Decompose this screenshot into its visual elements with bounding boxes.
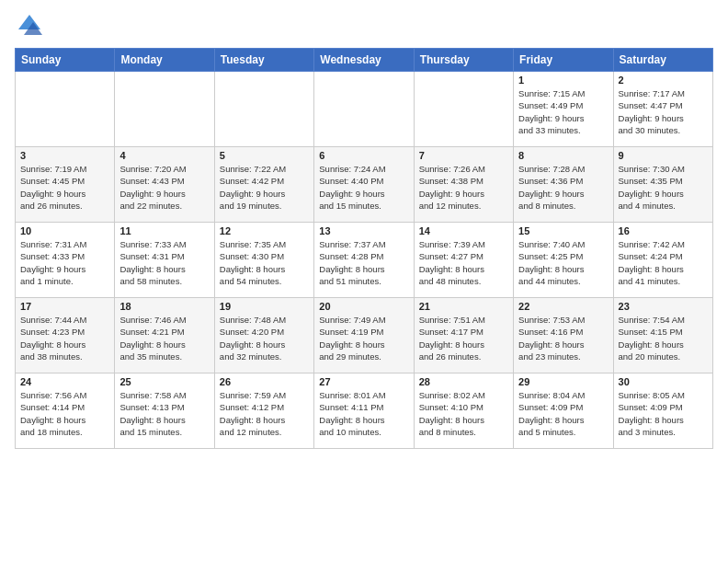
- day-info: Sunrise: 7:35 AM Sunset: 4:30 PM Dayligh…: [220, 238, 309, 287]
- day-number: 3: [20, 150, 109, 161]
- day-header-wednesday: Wednesday: [314, 49, 414, 72]
- day-info: Sunrise: 7:44 AM Sunset: 4:23 PM Dayligh…: [20, 314, 109, 362]
- day-info: Sunrise: 7:33 AM Sunset: 4:31 PM Dayligh…: [119, 238, 209, 287]
- day-info: Sunrise: 7:56 AM Sunset: 4:14 PM Dayligh…: [20, 389, 109, 438]
- calendar-cell: 21Sunrise: 7:51 AM Sunset: 4:17 PM Dayli…: [414, 298, 513, 373]
- calendar-cell: 12Sunrise: 7:35 AM Sunset: 4:30 PM Dayli…: [214, 223, 313, 298]
- day-header-friday: Friday: [514, 49, 613, 72]
- calendar-cell: 18Sunrise: 7:46 AM Sunset: 4:21 PM Dayli…: [115, 298, 214, 373]
- calendar-cell: 26Sunrise: 7:59 AM Sunset: 4:12 PM Dayli…: [214, 373, 313, 449]
- logo-icon: [15, 11, 44, 40]
- day-info: Sunrise: 7:40 AM Sunset: 4:25 PM Dayligh…: [518, 238, 608, 287]
- day-number: 16: [619, 225, 708, 236]
- calendar-cell: 6Sunrise: 7:24 AM Sunset: 4:40 PM Daylig…: [314, 147, 414, 223]
- day-info: Sunrise: 7:49 AM Sunset: 4:19 PM Dayligh…: [319, 314, 408, 362]
- day-number: 26: [220, 376, 309, 387]
- calendar-cell: 29Sunrise: 8:04 AM Sunset: 4:09 PM Dayli…: [514, 373, 613, 449]
- day-number: 27: [319, 376, 408, 387]
- calendar-cell: 25Sunrise: 7:58 AM Sunset: 4:13 PM Dayli…: [115, 373, 214, 449]
- calendar-cell: 10Sunrise: 7:31 AM Sunset: 4:33 PM Dayli…: [16, 223, 115, 298]
- day-info: Sunrise: 8:05 AM Sunset: 4:09 PM Dayligh…: [619, 389, 708, 438]
- day-number: 20: [319, 301, 408, 312]
- logo: [15, 11, 48, 40]
- day-info: Sunrise: 7:54 AM Sunset: 4:15 PM Dayligh…: [619, 314, 708, 362]
- day-number: 9: [619, 150, 708, 161]
- calendar-cell: 28Sunrise: 8:02 AM Sunset: 4:10 PM Dayli…: [414, 373, 513, 449]
- calendar-cell: 30Sunrise: 8:05 AM Sunset: 4:09 PM Dayli…: [613, 373, 712, 449]
- day-info: Sunrise: 7:17 AM Sunset: 4:47 PM Dayligh…: [619, 87, 708, 136]
- day-number: 24: [20, 376, 109, 387]
- day-number: 25: [119, 376, 209, 387]
- day-number: 4: [119, 150, 209, 161]
- day-info: Sunrise: 7:59 AM Sunset: 4:12 PM Dayligh…: [220, 389, 309, 438]
- day-info: Sunrise: 7:46 AM Sunset: 4:21 PM Dayligh…: [119, 314, 209, 362]
- day-info: Sunrise: 7:15 AM Sunset: 4:49 PM Dayligh…: [518, 87, 608, 136]
- calendar-cell: 20Sunrise: 7:49 AM Sunset: 4:19 PM Dayli…: [314, 298, 414, 373]
- day-number: 7: [419, 150, 508, 161]
- calendar-cell: [214, 72, 313, 147]
- day-info: Sunrise: 7:30 AM Sunset: 4:35 PM Dayligh…: [619, 163, 708, 212]
- day-number: 12: [220, 225, 309, 236]
- day-number: 14: [419, 225, 508, 236]
- day-header-saturday: Saturday: [613, 49, 712, 72]
- day-info: Sunrise: 8:01 AM Sunset: 4:11 PM Dayligh…: [319, 389, 408, 438]
- calendar-cell: 24Sunrise: 7:56 AM Sunset: 4:14 PM Dayli…: [16, 373, 115, 449]
- calendar-week-row: 10Sunrise: 7:31 AM Sunset: 4:33 PM Dayli…: [16, 223, 713, 298]
- calendar-cell: 13Sunrise: 7:37 AM Sunset: 4:28 PM Dayli…: [314, 223, 414, 298]
- calendar-cell: 2Sunrise: 7:17 AM Sunset: 4:47 PM Daylig…: [613, 72, 712, 147]
- day-info: Sunrise: 8:04 AM Sunset: 4:09 PM Dayligh…: [518, 389, 608, 438]
- day-info: Sunrise: 7:26 AM Sunset: 4:38 PM Dayligh…: [419, 163, 508, 212]
- day-info: Sunrise: 7:48 AM Sunset: 4:20 PM Dayligh…: [220, 314, 309, 362]
- calendar-cell: 4Sunrise: 7:20 AM Sunset: 4:43 PM Daylig…: [115, 147, 214, 223]
- calendar-cell: 16Sunrise: 7:42 AM Sunset: 4:24 PM Dayli…: [613, 223, 712, 298]
- day-header-monday: Monday: [115, 49, 214, 72]
- day-info: Sunrise: 7:19 AM Sunset: 4:45 PM Dayligh…: [20, 163, 109, 212]
- day-number: 22: [518, 301, 608, 312]
- calendar-cell: 8Sunrise: 7:28 AM Sunset: 4:36 PM Daylig…: [514, 147, 613, 223]
- calendar-cell: 22Sunrise: 7:53 AM Sunset: 4:16 PM Dayli…: [514, 298, 613, 373]
- calendar-week-row: 17Sunrise: 7:44 AM Sunset: 4:23 PM Dayli…: [16, 298, 713, 373]
- day-number: 8: [518, 150, 608, 161]
- calendar-table: SundayMondayTuesdayWednesdayThursdayFrid…: [15, 48, 713, 449]
- day-info: Sunrise: 7:31 AM Sunset: 4:33 PM Dayligh…: [20, 238, 109, 287]
- day-info: Sunrise: 7:53 AM Sunset: 4:16 PM Dayligh…: [518, 314, 608, 362]
- page: SundayMondayTuesdayWednesdayThursdayFrid…: [0, 0, 728, 563]
- day-info: Sunrise: 7:24 AM Sunset: 4:40 PM Dayligh…: [319, 163, 408, 212]
- day-info: Sunrise: 7:22 AM Sunset: 4:42 PM Dayligh…: [220, 163, 309, 212]
- day-number: 15: [518, 225, 608, 236]
- day-number: 13: [319, 225, 408, 236]
- calendar-cell: 7Sunrise: 7:26 AM Sunset: 4:38 PM Daylig…: [414, 147, 513, 223]
- calendar-week-row: 3Sunrise: 7:19 AM Sunset: 4:45 PM Daylig…: [16, 147, 713, 223]
- calendar-cell: [314, 72, 414, 147]
- day-number: 17: [20, 301, 109, 312]
- calendar-cell: 11Sunrise: 7:33 AM Sunset: 4:31 PM Dayli…: [115, 223, 214, 298]
- calendar-week-row: 1Sunrise: 7:15 AM Sunset: 4:49 PM Daylig…: [16, 72, 713, 147]
- day-number: 1: [518, 75, 608, 86]
- day-number: 21: [419, 301, 508, 312]
- day-number: 11: [119, 225, 209, 236]
- day-number: 23: [619, 301, 708, 312]
- calendar-cell: [115, 72, 214, 147]
- day-number: 10: [20, 225, 109, 236]
- calendar-cell: 9Sunrise: 7:30 AM Sunset: 4:35 PM Daylig…: [613, 147, 712, 223]
- calendar-cell: 23Sunrise: 7:54 AM Sunset: 4:15 PM Dayli…: [613, 298, 712, 373]
- calendar-cell: 19Sunrise: 7:48 AM Sunset: 4:20 PM Dayli…: [214, 298, 313, 373]
- day-info: Sunrise: 7:51 AM Sunset: 4:17 PM Dayligh…: [419, 314, 508, 362]
- day-info: Sunrise: 7:42 AM Sunset: 4:24 PM Dayligh…: [619, 238, 708, 287]
- calendar-week-row: 24Sunrise: 7:56 AM Sunset: 4:14 PM Dayli…: [16, 373, 713, 449]
- day-info: Sunrise: 7:37 AM Sunset: 4:28 PM Dayligh…: [319, 238, 408, 287]
- calendar-cell: 27Sunrise: 8:01 AM Sunset: 4:11 PM Dayli…: [314, 373, 414, 449]
- day-info: Sunrise: 7:20 AM Sunset: 4:43 PM Dayligh…: [119, 163, 209, 212]
- calendar-header-row: SundayMondayTuesdayWednesdayThursdayFrid…: [16, 49, 713, 72]
- day-number: 5: [220, 150, 309, 161]
- day-info: Sunrise: 7:58 AM Sunset: 4:13 PM Dayligh…: [119, 389, 209, 438]
- day-number: 30: [619, 376, 708, 387]
- calendar-cell: 5Sunrise: 7:22 AM Sunset: 4:42 PM Daylig…: [214, 147, 313, 223]
- calendar-cell: 17Sunrise: 7:44 AM Sunset: 4:23 PM Dayli…: [16, 298, 115, 373]
- day-number: 6: [319, 150, 408, 161]
- calendar-cell: 15Sunrise: 7:40 AM Sunset: 4:25 PM Dayli…: [514, 223, 613, 298]
- day-number: 29: [518, 376, 608, 387]
- header: [15, 11, 713, 40]
- calendar-cell: 3Sunrise: 7:19 AM Sunset: 4:45 PM Daylig…: [16, 147, 115, 223]
- day-info: Sunrise: 7:28 AM Sunset: 4:36 PM Dayligh…: [518, 163, 608, 212]
